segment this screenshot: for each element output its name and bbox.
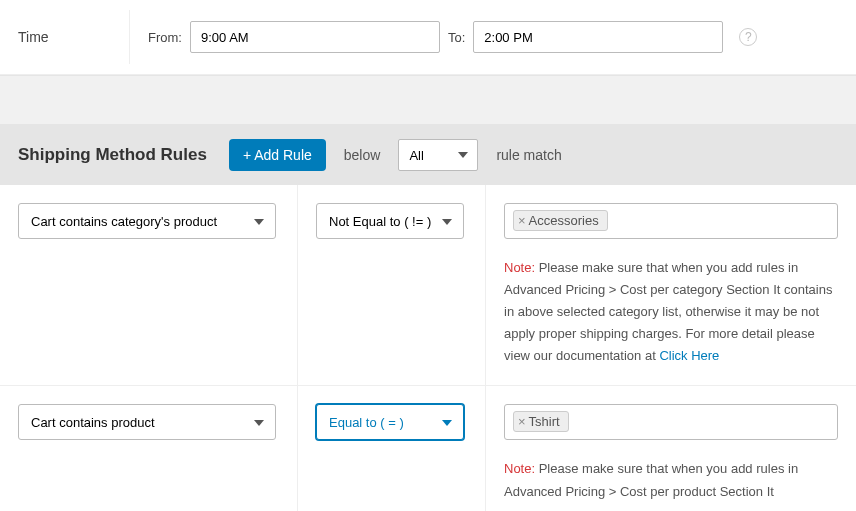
tag-remove-icon[interactable]: × (518, 414, 526, 429)
note-text: Please make sure that when you add rules… (504, 461, 798, 498)
rule-match-label: rule match (496, 147, 561, 163)
tag: × Tshirt (513, 411, 569, 432)
match-scope-select[interactable]: All (398, 139, 478, 171)
match-scope-select-wrap: All (398, 139, 478, 171)
from-label: From: (148, 30, 182, 45)
doc-link[interactable]: Click Here (659, 348, 719, 363)
operator-select[interactable]: Equal to ( = ) (316, 404, 464, 440)
tag-remove-icon[interactable]: × (518, 213, 526, 228)
rule-note: Note: Please make sure that when you add… (504, 257, 838, 367)
operator-select-wrap: Not Equal to ( != ) (316, 203, 464, 239)
note-label: Note: (504, 260, 535, 275)
condition-select-wrap: Cart contains product (18, 404, 276, 440)
below-label: below (344, 147, 381, 163)
help-icon[interactable]: ? (739, 28, 757, 46)
operator-select[interactable]: Not Equal to ( != ) (316, 203, 464, 239)
condition-select[interactable]: Cart contains category's product (18, 203, 276, 239)
time-to-input[interactable] (473, 21, 723, 53)
value-tag-input[interactable]: × Accessories (504, 203, 838, 239)
value-tag-input[interactable]: × Tshirt (504, 404, 838, 440)
spacer-band (0, 75, 856, 125)
tag-label: Accessories (529, 213, 599, 228)
rule-row: Cart contains product Equal to ( = ) × T… (0, 386, 856, 511)
add-rule-button[interactable]: + Add Rule (229, 139, 326, 171)
to-label: To: (448, 30, 465, 45)
tag-label: Tshirt (529, 414, 560, 429)
rules-title: Shipping Method Rules (18, 145, 207, 165)
condition-select[interactable]: Cart contains product (18, 404, 276, 440)
tag: × Accessories (513, 210, 608, 231)
condition-select-wrap: Cart contains category's product (18, 203, 276, 239)
time-from-input[interactable] (190, 21, 440, 53)
note-label: Note: (504, 461, 535, 476)
operator-select-wrap: Equal to ( = ) (316, 404, 464, 440)
rule-note: Note: Please make sure that when you add… (504, 458, 838, 502)
time-label: Time (0, 10, 130, 64)
rule-row: Cart contains category's product Not Equ… (0, 185, 856, 386)
